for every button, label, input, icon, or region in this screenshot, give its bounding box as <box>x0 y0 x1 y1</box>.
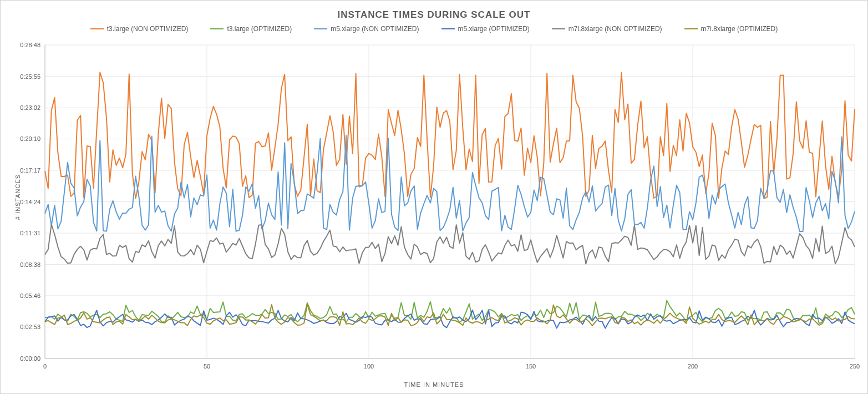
legend-label: m5.xlarge (OPTIMIZED) <box>458 25 530 33</box>
y-tick-label: 0:05:46 <box>20 292 40 299</box>
y-tick-label: 0:25:55 <box>20 73 40 80</box>
series-line <box>45 135 855 231</box>
legend-item: m5.xlarge (OPTIMIZED) <box>441 25 530 33</box>
legend-label: t3.large (OPTIMIZED) <box>227 25 292 33</box>
legend-swatch <box>90 28 104 29</box>
y-tick-label: 0:17:17 <box>20 167 40 174</box>
x-tick-label: 150 <box>526 363 536 370</box>
legend-label: m7i.8xlarge (OPTIMIZED) <box>701 25 778 33</box>
y-tick-label: 0:11:31 <box>20 230 40 236</box>
legend-item: t3.large (NON OPTIMIZED) <box>90 25 189 33</box>
x-tick-label: 100 <box>364 363 374 370</box>
legend-swatch <box>314 28 327 29</box>
x-tick-label: 250 <box>850 363 860 370</box>
y-tick-label: 0:02:53 <box>20 324 40 330</box>
legend-swatch <box>552 28 565 29</box>
legend: t3.large (NON OPTIMIZED)t3.large (OPTIMI… <box>1 25 867 33</box>
legend-swatch <box>441 28 455 29</box>
legend-label: m5.xlarge (NON OPTIMIZED) <box>331 25 419 33</box>
chart-title: INSTANCE TIMES DURING SCALE OUT <box>1 1 867 21</box>
legend-swatch <box>684 28 698 29</box>
legend-item: m7i.8xlarge (OPTIMIZED) <box>684 25 778 33</box>
x-tick-label: 200 <box>688 363 698 370</box>
chart-container: INSTANCE TIMES DURING SCALE OUT t3.large… <box>0 0 868 394</box>
series-line <box>45 224 855 264</box>
legend-item: m7i.8xlarge (NON OPTIMIZED) <box>552 25 662 33</box>
legend-swatch <box>210 28 224 29</box>
y-tick-label: 0:00:00 <box>20 355 40 362</box>
legend-item: t3.large (OPTIMIZED) <box>210 25 292 33</box>
y-tick-label: 0:08:38 <box>20 261 40 268</box>
chart-plot: 0501001502002500:00:000:02:530:05:460:08… <box>1 34 868 389</box>
y-tick-label: 0:28:48 <box>20 42 40 48</box>
y-tick-label: 0:20:10 <box>20 135 40 142</box>
legend-label: t3.large (NON OPTIMIZED) <box>107 25 189 33</box>
y-tick-label: 0:23:02 <box>20 104 40 111</box>
x-tick-label: 0 <box>43 363 47 370</box>
x-tick-label: 50 <box>204 363 210 370</box>
series-line <box>45 73 855 199</box>
legend-label: m7i.8xlarge (NON OPTIMIZED) <box>568 25 662 33</box>
y-tick-label: 0:14:24 <box>20 199 40 205</box>
legend-item: m5.xlarge (NON OPTIMIZED) <box>314 25 419 33</box>
